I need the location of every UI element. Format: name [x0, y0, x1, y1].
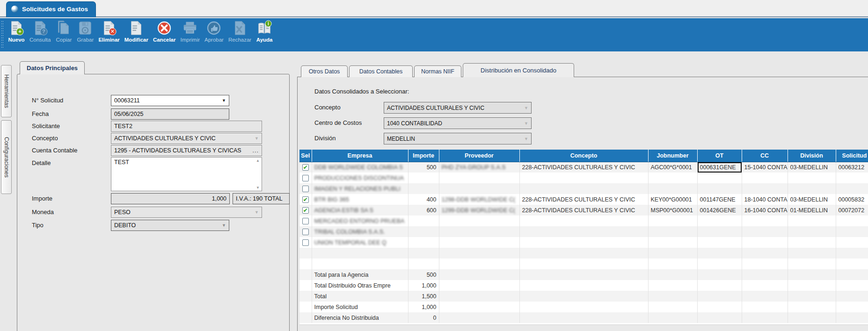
- checkbox-unchecked[interactable]: [302, 218, 309, 224]
- cell-solicitud: [836, 280, 868, 291]
- cell-sel[interactable]: [299, 173, 312, 183]
- cell-proveedor[interactable]: PHD ZYA GROUP S.A.S: [439, 162, 519, 173]
- cell-concepto[interactable]: 228-ACTIVIDADES CULTURALES Y CIVIC: [519, 162, 648, 173]
- checkbox-unchecked[interactable]: [302, 239, 309, 246]
- cell-sel[interactable]: ✔: [299, 205, 312, 216]
- column-header-ot[interactable]: OT: [697, 150, 742, 162]
- toolbar-drag-handle[interactable]: [1, 21, 3, 48]
- detalle-textarea[interactable]: TEST ▲▼: [111, 157, 262, 191]
- column-header-empresa[interactable]: Empresa: [312, 150, 408, 162]
- column-header-concepto[interactable]: Concepto: [519, 150, 648, 162]
- svg-text:i: i: [268, 21, 269, 26]
- cell-cc[interactable]: 16-1040 CONTA: [742, 205, 788, 216]
- cell-importe: 1,500: [408, 291, 439, 302]
- cell-sel[interactable]: [299, 216, 312, 226]
- cell-proveedor: [439, 291, 519, 302]
- cell-proveedor: [439, 280, 519, 291]
- sidebar-tab-herramientas[interactable]: Herramientas: [1, 65, 12, 117]
- cell-importe[interactable]: 400: [408, 194, 439, 205]
- cell-empresa[interactable]: IMAGEN Y RELACIONES PUBLI: [312, 183, 408, 194]
- column-header-sel[interactable]: Sel: [299, 150, 312, 162]
- doc-reject-icon: [232, 20, 248, 36]
- tab-datos-principales[interactable]: Datos Principales: [20, 61, 85, 74]
- cell-sel[interactable]: [299, 183, 312, 194]
- checkbox-unchecked[interactable]: [302, 186, 309, 192]
- solicitante-field[interactable]: TEST2: [111, 121, 262, 132]
- n-solicitud-combobox[interactable]: 00063211 ▼: [111, 95, 229, 106]
- cell-ot[interactable]: 001426GENE: [697, 205, 742, 216]
- cell-empresa[interactable]: BTR BIG 365: [312, 194, 408, 205]
- toolbar-button-ayuda[interactable]: i Ayuda: [254, 19, 275, 44]
- cell-division: [788, 226, 836, 237]
- cell-cc[interactable]: 18-1040 CONTA: [742, 194, 788, 205]
- checkbox-checked[interactable]: ✔: [302, 196, 309, 203]
- column-header-importe[interactable]: Importe: [408, 150, 439, 162]
- scroll-down-icon[interactable]: ▼: [256, 186, 260, 190]
- cell-ot[interactable]: 000631GENE: [697, 162, 742, 173]
- cell-jobnumber[interactable]: KEY00*G00001: [648, 194, 697, 205]
- cell-solicitud: [836, 302, 868, 312]
- browse-button[interactable]: ...: [253, 147, 259, 154]
- cell-division[interactable]: 01-MEDELLIN: [788, 205, 836, 216]
- cell-concepto: [519, 216, 648, 226]
- cell-concepto[interactable]: 228-ACTIVIDADES CULTURALES Y CIVIC: [519, 205, 648, 216]
- toolbar-button-eliminar[interactable]: ✕ Eliminar: [96, 19, 122, 44]
- cell-division[interactable]: 03-MEDELLIN: [788, 194, 836, 205]
- cuenta-contable-field[interactable]: 1295 - ACTIVIDADES CULTURALES Y CIVICAS …: [111, 145, 262, 156]
- toolbar-button-label: Aprobar: [204, 37, 224, 43]
- tab-distribuci-n-en-consolidado[interactable]: Distribución en Consolidado: [463, 63, 574, 77]
- column-header-solicitud[interactable]: Solicitud: [836, 150, 868, 162]
- checkbox-unchecked[interactable]: [302, 175, 309, 181]
- cell-importe[interactable]: 600: [408, 205, 439, 216]
- toolbar-button-modificar[interactable]: Modificar: [122, 19, 151, 44]
- tab-datos-contables[interactable]: Datos Contables: [349, 65, 413, 77]
- cell-jobnumber[interactable]: MSP00*G00001: [648, 205, 697, 216]
- scroll-up-icon[interactable]: ▲: [256, 158, 260, 163]
- cell-cc[interactable]: 15-1040 CONTA: [742, 162, 788, 173]
- toolbar-button-nuevo[interactable]: + Nuevo: [6, 19, 27, 44]
- cell-empresa[interactable]: DDB WORLDWIDE COLOMBIA S: [312, 162, 408, 173]
- cell-empresa[interactable]: UNION TEMPORAL DEE Q: [312, 237, 408, 248]
- checkbox-checked[interactable]: ✔: [302, 164, 309, 171]
- cell-solicitud[interactable]: 00072072: [836, 205, 868, 216]
- cell-jobnumber: [648, 269, 697, 280]
- cell-ot[interactable]: 001147GENE: [697, 194, 742, 205]
- cell-solicitud: [836, 269, 868, 280]
- mdi-tab-strip: Solicitudes de Gastos: [0, 0, 868, 17]
- cell-solicitud[interactable]: 00063212: [836, 162, 868, 173]
- cell-sel[interactable]: ✔: [299, 194, 312, 205]
- window-tab[interactable]: Solicitudes de Gastos: [6, 1, 96, 17]
- checkbox-unchecked[interactable]: [302, 229, 309, 235]
- toolbar-button-grabar: Grabar: [74, 19, 96, 44]
- chevron-down-icon[interactable]: ▼: [222, 98, 226, 103]
- cell-proveedor[interactable]: 1298-DDB WORLDWIDE C(: [439, 194, 519, 205]
- column-header-proveedor[interactable]: Proveedor: [439, 150, 519, 162]
- tab-otros-datos[interactable]: Otros Datos: [301, 65, 348, 77]
- cell-sel[interactable]: [299, 226, 312, 237]
- cell-importe: 500: [408, 269, 439, 280]
- sidebar-tab-configuraciones[interactable]: Configuraciones: [1, 120, 12, 194]
- label-importe: Importe: [32, 195, 52, 202]
- cell-division[interactable]: 03-MEDELLIN: [788, 162, 836, 173]
- column-header-jobnumber[interactable]: Jobnumber: [648, 150, 697, 162]
- fecha-field[interactable]: 05/06/2025: [111, 108, 229, 120]
- tab-normas-niif[interactable]: Normas NIIF: [414, 65, 461, 77]
- cell-empresa[interactable]: PRODUCCIONES DISCONTINUA: [312, 173, 408, 183]
- cell-concepto[interactable]: 228-ACTIVIDADES CULTURALES Y CIVIC: [519, 194, 648, 205]
- cell-sel[interactable]: ✔: [299, 162, 312, 173]
- toolbar-button-cancelar[interactable]: Cancelar: [151, 19, 178, 44]
- textarea-scrollbar[interactable]: ▲▼: [255, 158, 261, 190]
- cell-solicitud[interactable]: 00005832: [836, 194, 868, 205]
- cell-sel[interactable]: [299, 237, 312, 248]
- checkbox-checked[interactable]: ✔: [302, 207, 309, 214]
- cell-empresa[interactable]: MERCADEO ENTORNO PRUEBA: [312, 216, 408, 226]
- cell-ot: [697, 248, 742, 259]
- cell-ot: [697, 280, 742, 291]
- cell-importe[interactable]: 500: [408, 162, 439, 173]
- column-header-division[interactable]: División: [788, 150, 836, 162]
- cell-proveedor[interactable]: 1299-DDB WORLDWIDE C(: [439, 205, 519, 216]
- cell-empresa[interactable]: AGENCIA ESTIB SA S: [312, 205, 408, 216]
- cell-empresa[interactable]: TRIBAL COLOMBIA S.A.S.: [312, 226, 408, 237]
- column-header-cc[interactable]: CC: [742, 150, 788, 162]
- cell-jobnumber[interactable]: AGC00*G*0001: [648, 162, 697, 173]
